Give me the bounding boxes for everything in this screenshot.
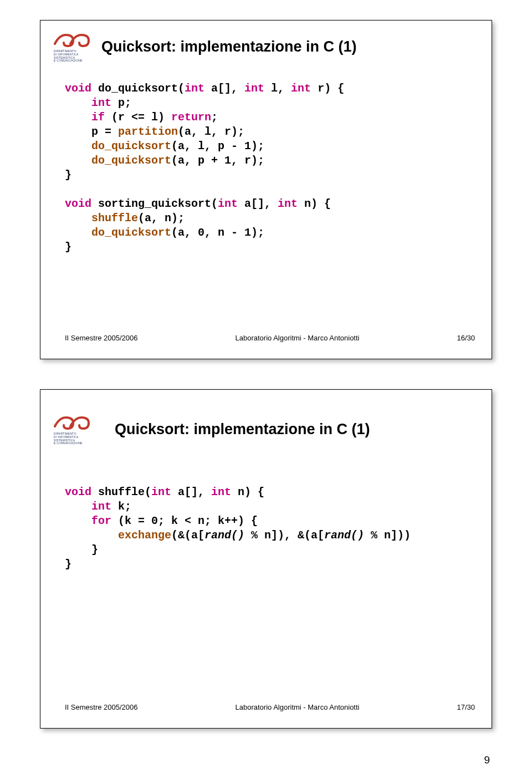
kw: int [151,486,171,498]
slide2-title: Quicksort: implementazione in C (1) [115,421,370,438]
logo-line4: E COMUNICAZIONE [54,441,83,445]
t [65,529,118,542]
t: do_quicksort( [91,82,185,95]
t: (k = 0; k < n; k++) { [111,515,258,527]
logo-swirl-icon [54,414,91,431]
kw: void [65,197,91,210]
logo-swirl-icon [54,32,91,48]
t: shuffle( [91,486,151,498]
kw: int [185,82,204,95]
t [65,140,91,152]
t: % n]), &(a[ [244,529,324,542]
slide2-footer: II Semestre 2005/2006 Laboratorio Algori… [65,703,475,711]
footer-left: II Semestre 2005/2006 [65,334,138,342]
kw: void [65,82,91,95]
slide1-code: void do_quicksort(int a[], int l, int r)… [65,82,344,254]
ital: rand() [204,529,244,542]
t: } [65,241,71,253]
kw: return [171,111,211,124]
kw: int [278,197,298,210]
call: do_quicksort [91,140,171,152]
kw: int [211,486,231,498]
t [65,500,91,513]
kw: int [244,82,264,95]
t [65,96,91,109]
logo-text: DIPARTIMENTO DI INFORMATICA SISTEMISTICA… [54,50,93,63]
t: n) { [298,197,331,210]
t: (a, 0, n - 1); [171,226,264,239]
t: ; [211,111,218,124]
t: (a, p + 1, r); [171,154,264,167]
slide1-title: Quicksort: implementazione in C (1) [101,38,357,55]
call: partition [118,125,178,138]
call: do_quicksort [91,226,171,239]
logo-line4: E COMUNICAZIONE [54,59,83,62]
t: % n])) [364,529,411,542]
footer-center: Laboratorio Algoritmi - Marco Antoniotti [235,334,359,342]
t: r) { [311,82,344,95]
kw: if [91,111,105,124]
t: (a, n); [138,212,185,225]
t: n) { [231,486,264,498]
footer-right: 17/30 [457,703,475,711]
t: p; [111,96,131,109]
t [65,515,91,527]
kw: int [291,82,311,95]
footer-left: II Semestre 2005/2006 [65,703,138,711]
slide1-footer: II Semestre 2005/2006 Laboratorio Algori… [65,334,475,342]
kw: void [65,486,91,498]
call: shuffle [91,212,138,225]
t: p = [65,125,118,138]
t [65,111,91,124]
kw: int [91,500,111,513]
slide-1: DIPARTIMENTO DI INFORMATICA SISTEMISTICA… [40,20,492,359]
page-number: 9 [484,754,490,766]
t [65,212,91,225]
footer-right: 16/30 [457,334,475,342]
t: (a, l, p - 1); [171,140,264,152]
t: sorting_quicksort( [91,197,218,210]
call: do_quicksort [91,154,171,167]
footer-center: Laboratorio Algoritmi - Marco Antoniotti [235,703,359,711]
t: k; [111,500,131,513]
logo: DIPARTIMENTO DI INFORMATICA SISTEMISTICA… [54,32,93,63]
t: (&(a[ [171,529,204,542]
t: } [65,543,98,556]
kw: for [91,515,111,527]
kw: int [91,96,111,109]
call: exchange [118,529,171,542]
logo-text: DIPARTIMENTO DI INFORMATICA SISTEMISTICA… [54,432,93,445]
logo: DIPARTIMENTO DI INFORMATICA SISTEMISTICA… [54,414,93,445]
t: a[], [171,486,211,498]
t: a[], [238,197,278,210]
kw: int [218,197,238,210]
t: (r <= l) [105,111,171,124]
t: (a, l, r); [178,125,244,138]
t: l, [264,82,291,95]
t: } [65,169,71,181]
slide-2: DIPARTIMENTO DI INFORMATICA SISTEMISTICA… [40,389,492,729]
t: a[], [204,82,244,95]
t [65,226,91,239]
slide2-code: void shuffle(int a[], int n) { int k; fo… [65,485,411,572]
t: } [65,558,71,571]
t [65,154,91,167]
ital: rand() [324,529,364,542]
